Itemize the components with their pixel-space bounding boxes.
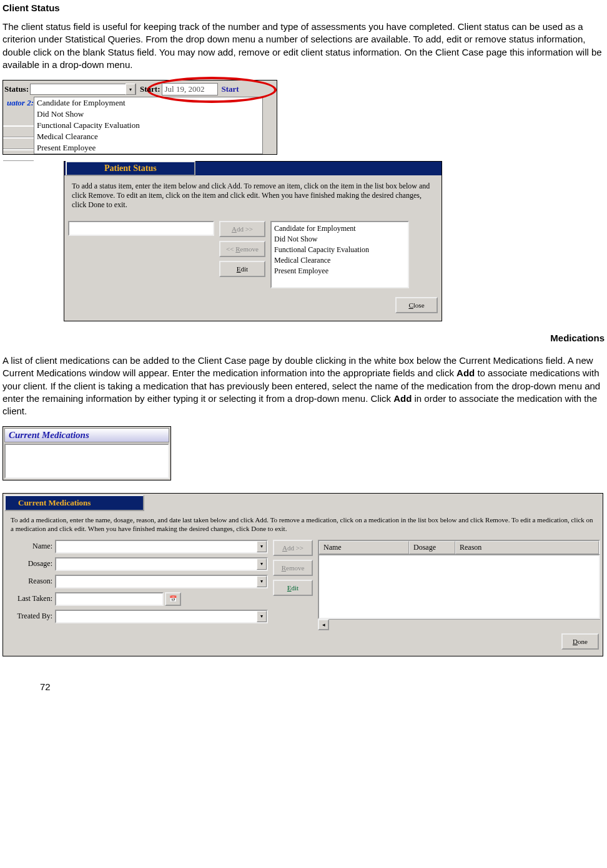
meds-dialog-instructions: To add a medication, enter the name, dos… xyxy=(3,512,603,540)
list-item[interactable]: Did Not Show xyxy=(274,234,405,245)
dialog-instructions: To add a status item, enter the item bel… xyxy=(64,175,442,221)
status-option[interactable]: Functional Capacity Evaluation xyxy=(34,120,262,131)
page-number: 72 xyxy=(40,681,605,692)
meds-table-header: Name Dosage Reason xyxy=(318,540,600,555)
screenshot-current-meds-box: Current Medications xyxy=(2,426,171,480)
status-item-input[interactable] xyxy=(68,221,214,236)
start-right-label: Start xyxy=(222,84,239,94)
col-dosage[interactable]: Dosage xyxy=(409,541,455,554)
current-medications-header: Current Medications xyxy=(4,428,169,442)
list-item[interactable]: Functional Capacity Evaluation xyxy=(274,245,405,255)
current-medications-whitebox[interactable] xyxy=(4,444,169,479)
section-heading-medications: Medications xyxy=(2,333,605,343)
treated-by-combobox[interactable]: ▾ xyxy=(55,610,268,623)
horizontal-scrollbar[interactable]: ◂ xyxy=(318,619,600,630)
dialog-titlebar: Patient Status xyxy=(64,162,442,175)
section1-paragraph: The client status field is useful for ke… xyxy=(2,21,605,71)
meds-dialog-title: Current Medications xyxy=(4,495,144,511)
list-item[interactable]: Medical Clearance xyxy=(274,255,405,266)
status-dropdown-list[interactable]: Candidate for Employment Did Not Show Fu… xyxy=(34,97,263,154)
chevron-down-icon[interactable]: ▾ xyxy=(257,576,267,587)
start-date-field[interactable]: Jul 19, 2002 xyxy=(162,83,218,95)
status-option[interactable]: Candidate for Employment xyxy=(34,97,262,109)
meds-table: Name Dosage Reason ◂ xyxy=(318,540,600,630)
dosage-label: Dosage: xyxy=(6,559,55,568)
add-button[interactable]: Add >> xyxy=(219,221,265,237)
section-heading-client-status: Client Status xyxy=(2,2,605,13)
uator-label: uator 2: xyxy=(3,97,35,108)
reason-label: Reason: xyxy=(6,577,55,586)
close-button[interactable]: Close xyxy=(395,297,438,313)
dosage-combobox[interactable]: ▾ xyxy=(55,557,268,571)
status-option[interactable]: Did Not Show xyxy=(34,109,262,120)
chevron-down-icon[interactable]: ▾ xyxy=(257,558,267,570)
status-label: Status: xyxy=(4,84,29,94)
meds-add-button[interactable]: Add >> xyxy=(273,540,313,556)
col-reason[interactable]: Reason xyxy=(455,541,599,554)
name-combobox[interactable]: ▾ xyxy=(55,540,268,553)
col-name[interactable]: Name xyxy=(319,541,409,554)
edit-button[interactable]: Edit xyxy=(219,261,265,277)
meds-form: Name: ▾ Dosage: ▾ Reason: ▾ Last Taken: … xyxy=(6,540,268,627)
scroll-left-icon[interactable]: ◂ xyxy=(318,619,329,630)
section2-paragraph: A list of client medications can be adde… xyxy=(2,354,605,417)
dialog-title: Patient Status xyxy=(66,161,195,176)
meds-edit-button[interactable]: Edit xyxy=(273,580,313,596)
status-option[interactable]: Medical Clearance xyxy=(34,131,262,142)
done-button[interactable]: Done xyxy=(561,633,599,650)
meds-table-body[interactable] xyxy=(318,554,600,619)
meds-remove-button[interactable]: Remove xyxy=(273,560,313,576)
status-option[interactable]: Present Employee xyxy=(34,142,262,154)
chevron-down-icon[interactable]: ▾ xyxy=(126,84,136,95)
buttons-column: Add >> << Remove Edit xyxy=(219,221,265,281)
chevron-down-icon[interactable]: ▾ xyxy=(257,541,267,552)
meds-buttons-column: Add >> Remove Edit xyxy=(273,540,313,600)
reason-combobox[interactable]: ▾ xyxy=(55,575,268,588)
last-taken-field[interactable] xyxy=(55,592,164,606)
status-items-listbox[interactable]: Candidate for Employment Did Not Show Fu… xyxy=(270,221,409,288)
treated-by-label: Treated By: xyxy=(6,612,55,621)
start-label: Start: xyxy=(140,84,160,94)
last-taken-label: Last Taken: xyxy=(6,594,55,603)
screenshot-current-meds-dialog: Current Medications To add a medication,… xyxy=(2,493,603,656)
screenshot-status-dropdown: Status: ▾ Start: Jul 19, 2002 Start uato… xyxy=(2,80,277,155)
remove-button[interactable]: << Remove xyxy=(219,241,265,257)
decorative-lines xyxy=(3,125,34,161)
name-label: Name: xyxy=(6,542,55,551)
screenshot-patient-status-dialog: Patient Status To add a status item, ent… xyxy=(64,161,442,321)
list-item[interactable]: Candidate for Employment xyxy=(274,223,405,234)
calendar-icon[interactable]: 📅 xyxy=(165,592,181,606)
chevron-down-icon[interactable]: ▾ xyxy=(257,611,267,622)
list-item[interactable]: Present Employee xyxy=(274,266,405,276)
status-combobox[interactable]: ▾ xyxy=(30,84,136,95)
